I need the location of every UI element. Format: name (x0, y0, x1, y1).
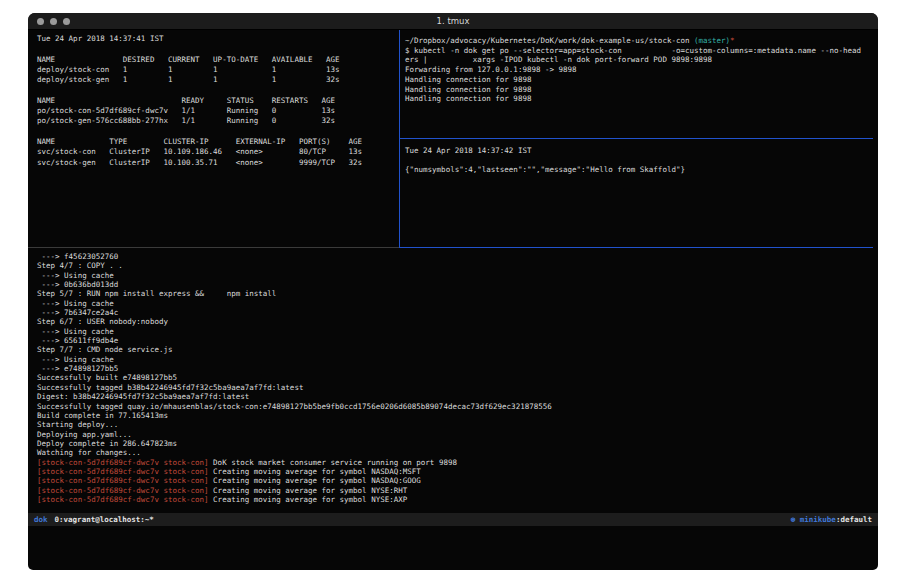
terminal-segment-red: * (730, 36, 735, 45)
terminal-segment: Creating moving average for symbol NASDA… (209, 467, 421, 476)
terminal-line: NAME TYPE CLUSTER-IP EXTERNAL-IP PORT(S)… (37, 137, 399, 147)
tmux-session-name[interactable]: dok (34, 515, 48, 524)
terminal-segment-red: [stock-con-5d7df689cf-dwc7v stock-con] (37, 486, 209, 495)
terminal-line: [stock-con-5d7df689cf-dwc7v stock-con] D… (37, 458, 874, 467)
terminal-line: ---> 7b6347ce2a4c (37, 308, 874, 317)
terminal-line: Watching for changes... (37, 448, 874, 457)
tmux-window-label[interactable]: 0:vagrant@localhost:~* (55, 515, 154, 524)
terminal-line: svc/stock-con ClusterIP 10.109.186.46 <n… (37, 147, 399, 157)
terminal-line (37, 85, 399, 95)
terminal-line: Step 7/7 : CMD node service.js (37, 345, 874, 354)
terminal-line: Step 5/7 : RUN npm install express && np… (37, 289, 874, 298)
terminal-segment: DoK stock market consumer service runnin… (209, 458, 457, 467)
terminal-line: Handling connection for 9898 (405, 75, 874, 85)
window-title: 1. tmux (28, 16, 878, 26)
terminal-line: Step 4/7 : COPY . . (37, 261, 874, 270)
kube-context-name: minikube (800, 515, 836, 524)
terminal-line: Deploying app.yaml... (37, 430, 874, 439)
terminal-line: Starting deploy... (37, 420, 874, 429)
terminal-line: NAME READY STATUS RESTARTS AGE (37, 96, 399, 106)
tmux-status-bar: dok 0:vagrant@localhost:~* ⊛ minikube:de… (28, 513, 878, 526)
terminal-line: ers | xargs -IPOD kubectl -n dok port-fo… (405, 55, 874, 65)
terminal-line: {"numsymbols":4,"lastseen":"","message":… (405, 165, 874, 175)
terminal-line: [stock-con-5d7df689cf-dwc7v stock-con] C… (37, 476, 874, 485)
terminal-segment-red: [stock-con-5d7df689cf-dwc7v stock-con] (37, 476, 209, 485)
terminal-line: ---> Using cache (37, 271, 874, 280)
terminal-segment: Creating moving average for symbol NYSE:… (209, 486, 408, 495)
terminal-line: svc/stock-gen ClusterIP 10.100.35.71 <no… (37, 158, 399, 168)
terminal-line: ---> Using cache (37, 299, 874, 308)
terminal-segment-red: [stock-con-5d7df689cf-dwc7v stock-con] (37, 495, 209, 504)
window-titlebar[interactable]: 1. tmux (28, 13, 878, 30)
terminal-line: Build complete in 77.165413ms (37, 411, 874, 420)
terminal-line: deploy/stock-con 1 1 1 1 13s (37, 65, 399, 75)
terminal-line: ---> f45623052760 (37, 252, 874, 261)
terminal-line: deploy/stock-gen 1 1 1 1 32s (37, 75, 399, 85)
terminal-line: ---> 0b636bd013dd (37, 280, 874, 289)
terminal-line: [stock-con-5d7df689cf-dwc7v stock-con] C… (37, 467, 874, 476)
pane-skaffold-build-log[interactable]: ---> f45623052760Step 4/7 : COPY . . ---… (28, 248, 874, 512)
terminal-line: Tue 24 Apr 2018 14:37:42 IST (405, 146, 874, 156)
pane-port-forward[interactable]: ~/Dropbox/advocacy/Kubernetes/DoK/work/d… (400, 30, 874, 138)
kubernetes-icon: ⊛ (791, 515, 796, 524)
kube-namespace: :default (836, 515, 872, 524)
terminal-segment: ~/Dropbox/advocacy/Kubernetes/DoK/work/d… (405, 36, 694, 45)
terminal-line: po/stock-con-5d7df689cf-dwc7v 1/1 Runnin… (37, 106, 399, 116)
terminal-line (37, 44, 399, 54)
pane-service-response[interactable]: Tue 24 Apr 2018 14:37:42 IST {"numsymbol… (400, 139, 874, 247)
terminal-line: po/stock-gen-576cc688bb-277hx 1/1 Runnin… (37, 116, 399, 126)
terminal-segment-red: [stock-con-5d7df689cf-dwc7v stock-con] (37, 458, 209, 467)
terminal-segment-cyan: (master) (694, 36, 730, 45)
terminal-line: Step 6/7 : USER nobody:nobody (37, 317, 874, 326)
terminal-segment-red: [stock-con-5d7df689cf-dwc7v stock-con] (37, 467, 209, 476)
terminal-segment: Creating moving average for symbol NASDA… (209, 476, 421, 485)
terminal-line: Successfully built e74898127bb5 (37, 373, 874, 382)
terminal-line (37, 127, 399, 137)
terminal-line: Forwarding from 127.0.0.1:9898 -> 9898 (405, 65, 874, 75)
terminal-line: Handling connection for 9898 (405, 85, 874, 95)
terminal-line: Deploy complete in 286.647823ms (37, 439, 874, 448)
terminal-line: NAME DESIRED CURRENT UP-TO-DATE AVAILABL… (37, 55, 399, 65)
pane-kubectl-watch[interactable]: Tue 24 Apr 2018 14:37:41 IST NAME DESIRE… (28, 30, 399, 247)
terminal-line: Digest: b38b42246945fd7f32c5ba9aea7af7fd… (37, 392, 874, 401)
terminal-line (405, 156, 874, 166)
terminal-line: ~/Dropbox/advocacy/Kubernetes/DoK/work/d… (405, 36, 874, 46)
terminal-line: ---> Using cache (37, 327, 874, 336)
terminal-segment: Creating moving average for symbol NYSE:… (209, 495, 408, 504)
terminal-line: Successfully tagged b38b42246945fd7f32c5… (37, 383, 874, 392)
terminal-window: 1. tmux Tue 24 Apr 2018 14:37:41 IST NAM… (28, 13, 878, 570)
terminal-line: [stock-con-5d7df689cf-dwc7v stock-con] C… (37, 486, 874, 495)
terminal-line: ---> Using cache (37, 355, 874, 364)
terminal-line: [stock-con-5d7df689cf-dwc7v stock-con] C… (37, 495, 874, 504)
terminal-line: Successfully tagged quay.io/mhausenblas/… (37, 402, 874, 411)
terminal-line: ---> e74898127bb5 (37, 364, 874, 373)
kube-context-indicator: ⊛ minikube:default (791, 515, 872, 524)
terminal-line: ---> 65611ff9db4e (37, 336, 874, 345)
terminal-line: Handling connection for 9898 (405, 94, 874, 104)
terminal-line: $ kubectl -n dok get po --selector=app=s… (405, 46, 874, 56)
terminal-line: Tue 24 Apr 2018 14:37:41 IST (37, 34, 399, 44)
